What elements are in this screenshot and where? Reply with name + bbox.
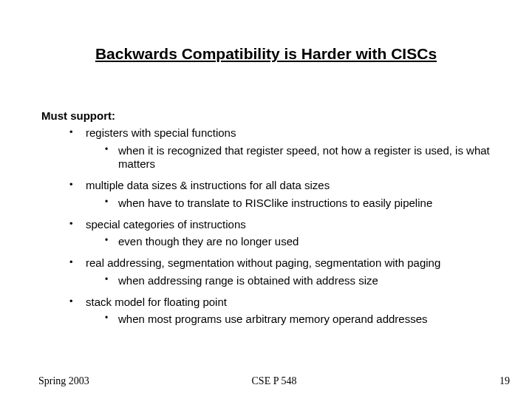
slide: Backwards Compatibility is Harder with C…: [0, 0, 532, 399]
slide-title: Backwards Compatibility is Harder with C…: [0, 44, 532, 64]
sub-item: when addressing range is obtained with a…: [100, 274, 499, 288]
footer-course: CSE P 548: [38, 375, 510, 388]
list-item: stack model for floating point when most…: [64, 296, 499, 327]
sub-list: when it is recognized that register spee…: [86, 144, 499, 172]
sub-item: when have to translate to RISClike instr…: [100, 197, 499, 211]
list-item: real addressing, segmentation without pa…: [64, 256, 499, 288]
list-item: multiple data sizes & instructions for a…: [64, 179, 499, 211]
list-item: special categories of instructions even …: [64, 218, 499, 250]
item-text: stack model for floating point: [86, 296, 227, 308]
slide-body: Must support: registers with special fun…: [41, 109, 499, 334]
lead-text: Must support:: [41, 109, 499, 123]
item-text: multiple data sizes & instructions for a…: [86, 179, 330, 191]
sub-list: when addressing range is obtained with a…: [86, 274, 499, 288]
sub-item: even though they are no longer used: [100, 235, 499, 249]
sub-list: when most programs use arbitrary memory …: [86, 313, 499, 327]
sub-item: when most programs use arbitrary memory …: [100, 313, 499, 327]
item-text: special categories of instructions: [86, 218, 246, 231]
sub-item: when it is recognized that register spee…: [100, 144, 499, 172]
footer-page-number: 19: [499, 375, 510, 388]
item-text: registers with special functions: [86, 126, 236, 139]
bullet-list: registers with special functions when it…: [41, 126, 499, 327]
list-item: registers with special functions when it…: [64, 126, 499, 171]
sub-list: even though they are no longer used: [86, 235, 499, 249]
item-text: real addressing, segmentation without pa…: [86, 256, 440, 269]
sub-list: when have to translate to RISClike instr…: [86, 197, 499, 211]
